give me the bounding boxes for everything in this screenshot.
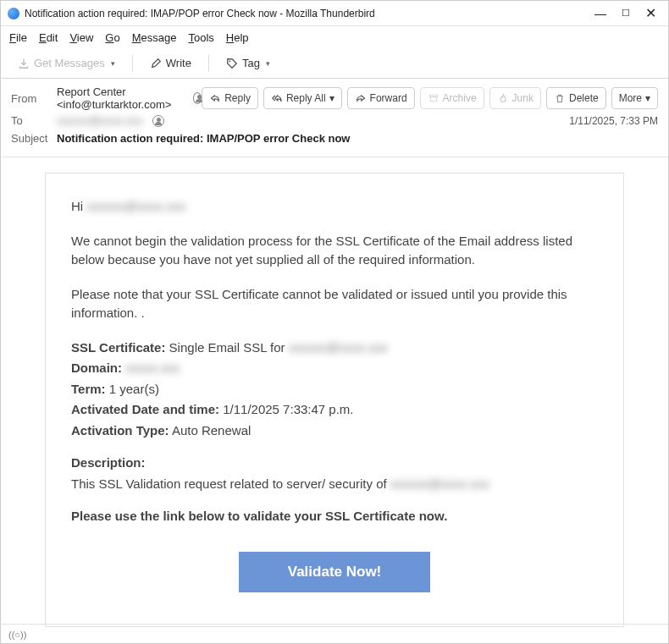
email-content: Hi xxxxxx@xxxx.xxx We cannot begin the v…	[45, 173, 624, 627]
cta-prompt: Please use the link below to validate yo…	[71, 507, 598, 526]
separator	[208, 55, 209, 72]
tag-button[interactable]: Tag ▾	[218, 53, 279, 73]
app-icon	[8, 8, 19, 19]
download-icon	[18, 58, 30, 69]
paragraph-2: Please note that your SSL Certificate ca…	[71, 285, 598, 323]
chevron-down-icon: ▾	[645, 92, 650, 104]
svg-rect-2	[430, 97, 437, 102]
toolbar: Get Messages ▾ Write Tag ▾	[1, 48, 668, 79]
menu-tools[interactable]: Tools	[188, 31, 213, 44]
maximize-button[interactable]: ☐	[622, 8, 630, 19]
message-headers: From Report Center <info@turktarktor.com…	[1, 79, 668, 157]
certificate-details: SSL Certificate: Single Email SSL for xx…	[71, 339, 598, 441]
window-title: Notification action required: IMAP/POP e…	[25, 8, 594, 19]
to-value[interactable]: xxxxxx@xxxx.xxx	[57, 114, 142, 127]
menu-message[interactable]: Message	[132, 31, 177, 44]
delete-button[interactable]: Delete	[546, 87, 606, 109]
tag-icon	[226, 58, 238, 69]
minimize-button[interactable]: —	[594, 7, 606, 20]
junk-button[interactable]: Junk	[489, 87, 541, 109]
reply-all-icon	[271, 92, 283, 104]
paragraph-1: We cannot begin the validation process f…	[71, 232, 598, 270]
chevron-down-icon: ▾	[329, 92, 334, 104]
chevron-down-icon: ▾	[266, 59, 270, 68]
archive-icon	[428, 92, 440, 104]
menu-edit[interactable]: Edit	[39, 31, 58, 44]
archive-button[interactable]: Archive	[420, 87, 484, 109]
menu-file[interactable]: File	[9, 31, 27, 44]
contact-icon[interactable]	[152, 115, 164, 127]
forward-button[interactable]: Forward	[347, 87, 415, 109]
greeting: Hi xxxxxx@xxxx.xxx	[71, 197, 598, 217]
trash-icon	[554, 92, 566, 104]
flame-icon	[497, 92, 509, 104]
menu-go[interactable]: Go	[105, 31, 119, 44]
close-button[interactable]: ✕	[645, 5, 656, 21]
window-titlebar: Notification action required: IMAP/POP e…	[1, 1, 668, 26]
menu-view[interactable]: View	[69, 31, 93, 44]
from-value[interactable]: Report Center <info@turktarktor.com>	[57, 85, 183, 111]
subject-value: Notification action required: IMAP/POP e…	[57, 132, 350, 145]
pencil-icon	[150, 58, 162, 69]
reply-button[interactable]: Reply	[202, 87, 258, 109]
from-label: From	[11, 92, 57, 105]
contact-icon[interactable]	[193, 92, 202, 104]
message-actions: Reply Reply All ▾ Forward Archive Junk	[202, 87, 658, 109]
forward-icon	[355, 92, 367, 104]
get-messages-button[interactable]: Get Messages ▾	[9, 53, 124, 73]
subject-label: Subject	[11, 132, 57, 145]
window-controls: — ☐ ✕	[594, 5, 661, 21]
write-button[interactable]: Write	[141, 53, 200, 73]
message-body: Hi xxxxxx@xxxx.xxx We cannot begin the v…	[1, 157, 668, 627]
menu-help[interactable]: Help	[226, 31, 249, 44]
reply-icon	[209, 92, 221, 104]
activity-icon: ((○))	[8, 630, 26, 640]
description-block: Description: This SSL Validation request…	[71, 454, 598, 493]
chevron-down-icon: ▾	[111, 59, 115, 68]
reply-all-button[interactable]: Reply All ▾	[263, 87, 342, 109]
svg-point-0	[229, 60, 230, 62]
menubar: File Edit View Go Message Tools Help	[1, 26, 668, 48]
statusbar: ((○))	[0, 624, 669, 644]
validate-now-button[interactable]: Validate Now!	[239, 552, 431, 592]
to-label: To	[11, 114, 57, 127]
more-button[interactable]: More ▾	[611, 87, 658, 109]
separator	[132, 55, 133, 72]
timestamp: 1/11/2025, 7:33 PM	[569, 115, 658, 127]
